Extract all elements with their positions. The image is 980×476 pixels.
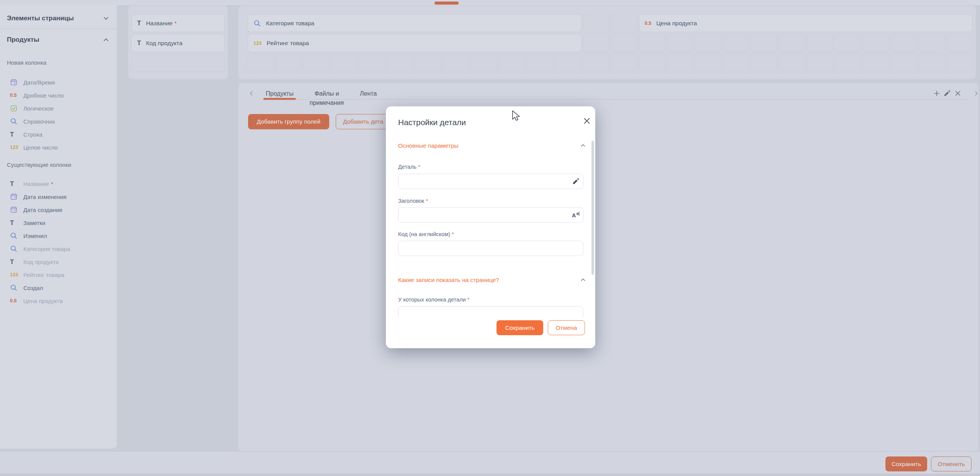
form-field-product-code[interactable]: T Код продукта — [131, 34, 225, 52]
grid-cell[interactable] — [890, 34, 917, 52]
grid-cell[interactable] — [695, 54, 721, 72]
sidebar-section-page-elements[interactable]: Элементы страницы — [0, 13, 117, 24]
sidebar-item-notes[interactable]: T Заметки — [0, 217, 117, 228]
sidebar-item-product-category[interactable]: Категория товара — [0, 243, 117, 254]
pencil-icon[interactable] — [572, 178, 580, 185]
grid-cell[interactable] — [835, 54, 861, 72]
sidebar-item-new-datetime[interactable]: Дата/Время — [0, 77, 117, 88]
grid-cell[interactable] — [890, 54, 917, 72]
grid-cell[interactable] — [443, 54, 470, 72]
section-which-records[interactable]: Какие записи показать на странице? — [398, 277, 499, 284]
grid-cell[interactable] — [667, 54, 693, 72]
text-icon: T — [10, 220, 20, 226]
sidebar-item-modified-date[interactable]: Дата изменения — [0, 191, 117, 202]
form-field-name[interactable]: T Название * — [131, 14, 225, 32]
form-field-product-rating[interactable]: 123 Рейтинг товара — [248, 34, 581, 52]
translate-icon[interactable] — [571, 211, 579, 218]
grid-cell[interactable] — [751, 54, 777, 72]
tab-products[interactable]: Продукты — [263, 89, 296, 98]
grid-cell[interactable] — [862, 54, 889, 72]
chevron-right-icon[interactable] — [972, 90, 980, 97]
text-icon: T — [137, 40, 141, 46]
grid-cell[interactable] — [695, 34, 721, 52]
field-label-detail: Деталь* — [398, 164, 420, 170]
grid-cell[interactable] — [779, 34, 805, 52]
grid-cell[interactable] — [667, 34, 693, 52]
grid-cell[interactable] — [807, 34, 833, 52]
grid-cell[interactable] — [918, 34, 945, 52]
grid-cell[interactable] — [918, 54, 945, 72]
sidebar-section-products[interactable]: Продукты — [0, 34, 117, 45]
grid-cell[interactable] — [611, 34, 637, 52]
grid-cell[interactable] — [639, 54, 665, 72]
grid-cell[interactable] — [583, 34, 609, 52]
chevron-down-icon — [102, 15, 110, 22]
empty-field-slot[interactable] — [131, 54, 225, 72]
chevron-up-icon[interactable] — [580, 276, 586, 283]
field-label-detail-column: У которых колонка детали* — [398, 297, 469, 303]
grid-cell[interactable] — [248, 54, 274, 72]
grid-cell[interactable] — [723, 34, 749, 52]
grid-cell[interactable] — [862, 34, 889, 52]
grid-cell[interactable] — [611, 14, 637, 32]
grid-cell[interactable] — [946, 54, 973, 72]
required-marker: * — [51, 181, 53, 187]
sidebar-item-product-code[interactable]: T Код продукта — [0, 256, 117, 267]
sidebar-item-name[interactable]: T Название * — [0, 178, 117, 189]
grid-cell[interactable] — [332, 54, 358, 72]
integer-icon: 123 — [10, 272, 20, 277]
form-field-product-price[interactable]: 0.5 Цена продукта — [639, 14, 973, 32]
page-save-button[interactable]: Сохранить — [885, 456, 927, 471]
sidebar-item-new-integer[interactable]: 123 Целое число — [0, 142, 117, 153]
code-input[interactable] — [398, 241, 583, 256]
grid-cell[interactable] — [611, 54, 637, 72]
field-label-title: Заголовок* — [398, 198, 428, 204]
grid-cell[interactable] — [639, 34, 665, 52]
sidebar-item-new-string[interactable]: T Строка — [0, 129, 117, 140]
grid-cell[interactable] — [751, 34, 777, 52]
sidebar-item-new-decimal[interactable]: 0.5 Дробное число — [0, 90, 117, 101]
sidebar-item-product-price[interactable]: 0.5 Цена продукта — [0, 295, 117, 306]
grid-cell[interactable] — [555, 54, 581, 72]
modal-save-button[interactable]: Сохранить — [497, 320, 543, 335]
grid-cell[interactable] — [304, 54, 330, 72]
chevron-up-icon — [102, 36, 110, 44]
detail-input[interactable] — [398, 174, 583, 189]
sidebar-item-created-by[interactable]: Создал — [0, 282, 117, 293]
modal-scrollbar[interactable] — [591, 141, 594, 275]
grid-cell[interactable] — [583, 14, 609, 32]
sidebar-item-product-rating[interactable]: 123 Рейтинг товара — [0, 269, 117, 280]
add-tab-icon[interactable] — [933, 90, 941, 97]
add-field-group-button[interactable]: Добавить группу полей — [248, 114, 329, 129]
grid-cell[interactable] — [946, 34, 973, 52]
grid-cell[interactable] — [387, 54, 414, 72]
grid-cell[interactable] — [527, 54, 554, 72]
grid-cell[interactable] — [835, 34, 861, 52]
grid-cell[interactable] — [471, 54, 498, 72]
grid-cell[interactable] — [359, 54, 386, 72]
section-main-parameters[interactable]: Основные параметры — [398, 142, 459, 149]
chevron-up-icon[interactable] — [580, 142, 586, 149]
chevron-left-icon[interactable] — [248, 90, 255, 97]
tab-feed[interactable]: Лента — [360, 89, 376, 98]
close-tab-icon[interactable] — [954, 90, 962, 97]
tab-files-and-notes[interactable]: Файлы и примечания — [299, 89, 354, 98]
grid-cell[interactable] — [276, 54, 302, 72]
grid-cell[interactable] — [807, 54, 833, 72]
grid-cell[interactable] — [499, 54, 526, 72]
grid-cell[interactable] — [779, 54, 805, 72]
title-input[interactable] — [398, 207, 583, 223]
edit-tab-icon[interactable] — [943, 90, 951, 97]
sidebar-item-new-lookup[interactable]: Справочник — [0, 116, 117, 127]
close-icon[interactable] — [582, 116, 591, 126]
sidebar-item-new-boolean[interactable]: Логическое — [0, 103, 117, 114]
grid-cell[interactable] — [723, 54, 749, 72]
grid-cell[interactable] — [583, 54, 609, 72]
modal-cancel-button[interactable]: Отмена — [548, 320, 585, 335]
app-window: Элементы страницы Продукты Новая колонка… — [0, 0, 980, 476]
grid-cell[interactable] — [415, 54, 442, 72]
sidebar-item-modified-by[interactable]: Изменил — [0, 230, 117, 241]
sidebar-item-created-date[interactable]: Дата создания — [0, 204, 117, 215]
form-field-product-category[interactable]: Категория товара — [248, 14, 581, 32]
page-cancel-button[interactable]: Отменить — [931, 456, 972, 471]
